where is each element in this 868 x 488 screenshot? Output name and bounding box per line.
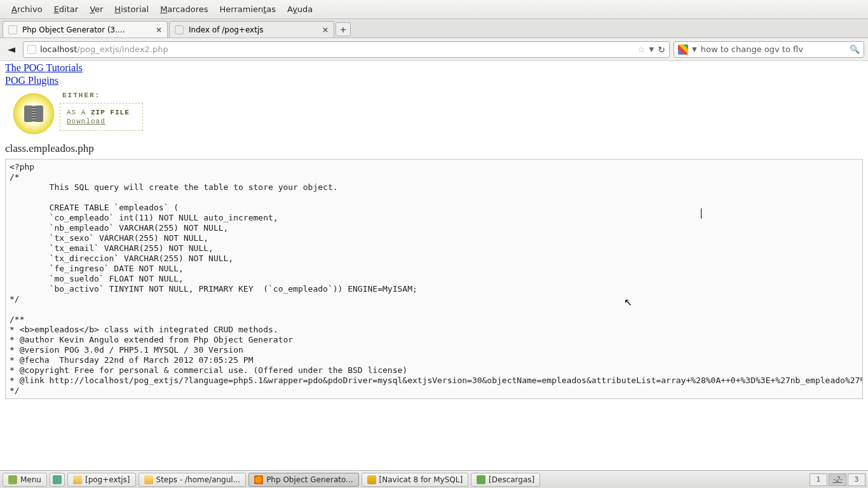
menu-archivo[interactable]: Archivo [6,2,48,17]
app-icon [254,475,263,484]
taskbar-window-button[interactable]: [pog+extjs] [67,473,136,487]
menu-editar[interactable]: Editar [49,2,84,17]
tab-title: Php Object Generator (3.... [22,25,151,34]
new-tab-button[interactable]: + [336,22,351,36]
app-icon [367,475,376,484]
search-engine-dropdown-icon[interactable]: ▼ [692,46,697,53]
nav-link[interactable]: POG Plugins [5,75,863,86]
zip-sunburst-icon [11,92,56,136]
taskbar-label: [Descargas] [489,475,534,484]
menu-icon [8,475,17,484]
os-taskbar: Menu [pog+extjs]Steps - /home/angul...Ph… [0,470,868,488]
desktop-icon [53,475,62,484]
taskbar-window-button[interactable]: [Navicat 8 for MySQL] [362,473,469,487]
tab-favicon [8,25,17,34]
tab-close-icon[interactable]: × [156,25,162,34]
reload-icon[interactable]: ↻ [658,44,665,55]
app-icon [73,475,82,484]
menu-label: Menu [20,475,41,484]
app-icon [144,475,153,484]
tab-favicon [175,25,184,34]
workspace-switcher[interactable]: 3 [848,473,865,486]
menu-herramientas[interactable]: Herramientas [215,2,281,17]
mouse-pointer-icon: ↖ [624,296,632,308]
taskbar-window-button[interactable]: Steps - /home/angul... [139,473,247,487]
workspace-switcher[interactable]: -2- [829,473,846,486]
tab-title: Index of /pog+extjs [189,25,317,34]
browser-tabstrip: Php Object Generator (3....×Index of /po… [0,19,868,38]
google-icon [678,44,688,55]
search-bar[interactable]: ▼ how to change ogv to flv 🔍 [674,41,864,58]
taskbar-label: Php Object Generato... [266,475,353,484]
back-button[interactable]: ◄ [4,42,19,57]
page-viewport: The POG TutorialsPOG Plugins EITHER: AS … [0,61,868,470]
menu-ayuda[interactable]: Ayuda [282,2,318,17]
nav-link[interactable]: The POG Tutorials [5,62,863,74]
either-label: EITHER: [62,92,143,99]
url-dropdown-icon[interactable]: ▼ [649,46,654,53]
taskbar-label: Steps - /home/angul... [156,475,241,484]
code-textarea[interactable]: <?php /* This SQL query will create the … [5,159,863,399]
search-query: how to change ogv to flv [701,44,846,54]
zip-prefix: AS A [67,109,91,116]
os-menubar: ArchivoEditarVerHistorialMarcadoresHerra… [0,0,868,19]
nav-links: The POG TutorialsPOG Plugins [5,62,863,86]
download-section: EITHER: AS A ZIP FILE Download [11,92,863,136]
app-icon [477,475,485,484]
browser-navbar: ◄ localhost/pog_extjs/index2.php ☆ ▼ ↻ ▼… [0,38,868,61]
taskbar-window-button[interactable]: Php Object Generato... [248,473,358,487]
download-link[interactable]: Download [67,118,130,125]
search-icon[interactable]: 🔍 [850,44,860,54]
browser-tab[interactable]: Index of /pog+extjs× [169,21,334,37]
menu-marcadores[interactable]: Marcadores [155,2,213,17]
menu-ver[interactable]: Ver [85,2,108,17]
url-text: localhost/pog_extjs/index2.php [40,44,634,54]
menu-historial[interactable]: Historial [109,2,154,17]
file-title: class.empleados.php [5,142,863,155]
tab-close-icon[interactable]: × [322,25,329,34]
browser-tab[interactable]: Php Object Generator (3....× [3,21,168,37]
start-menu-button[interactable]: Menu [3,473,47,487]
taskbar-window-button[interactable]: [Descargas] [471,473,540,487]
url-path: /pog_extjs/index2.php [77,44,168,54]
zip-label: ZIP FILE [91,109,130,116]
taskbar-label: [pog+extjs] [85,475,130,484]
show-desktop-button[interactable] [50,473,65,487]
taskbar-label: [Navicat 8 for MySQL] [379,475,463,484]
url-bar[interactable]: localhost/pog_extjs/index2.php ☆ ▼ ↻ [23,41,670,58]
download-box: AS A ZIP FILE Download [60,103,143,131]
site-identity-icon [27,45,36,54]
url-host: localhost [40,44,77,54]
workspace-switcher[interactable]: 1 [810,473,827,486]
text-caret [701,208,702,219]
bookmark-star-icon[interactable]: ☆ [637,44,646,55]
